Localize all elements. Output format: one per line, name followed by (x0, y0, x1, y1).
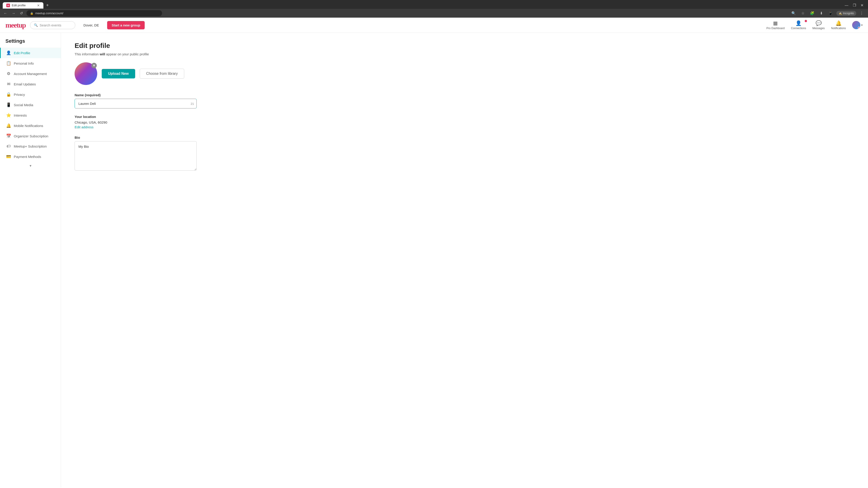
page-title: Edit profile (74, 42, 855, 50)
incognito-badge: 🕵 Incognito (836, 11, 856, 16)
sidebar-label-account-management: Account Management (14, 72, 47, 76)
site-header: meetup 🔍 Search events Dover, DE Start a… (0, 18, 868, 33)
url-text: meetup.com/account/ (35, 11, 63, 15)
tab-close-button[interactable]: ✕ (37, 4, 40, 7)
email-updates-icon: ✉ (6, 82, 11, 87)
extensions-button[interactable]: 🧩 (808, 10, 816, 16)
avatar-wrap: ✕ (74, 62, 97, 85)
content-area: Edit profile This information will appea… (61, 33, 868, 488)
search-bar[interactable]: 🔍 Search events (30, 21, 75, 29)
browser-chrome: M Edit profile ✕ + — ❐ ✕ (0, 0, 868, 9)
name-input[interactable] (74, 99, 197, 108)
tab-label: Edit profile (12, 4, 26, 7)
download-button[interactable]: ⬇ (818, 10, 825, 16)
browser-actions: 🔍 ☆ 🧩 ⬇ 📱 🕵 Incognito ⋮ (789, 10, 865, 16)
personal-info-icon: 📋 (6, 61, 11, 66)
pro-dashboard-icon: ▦ (773, 20, 778, 26)
sidebar-item-privacy[interactable]: 🔒 Privacy (0, 89, 61, 100)
account-management-icon: ⚙ (6, 71, 11, 76)
restore-button[interactable]: ❐ (851, 2, 858, 8)
security-lock-icon: 🔒 (30, 12, 33, 15)
name-input-wrap: 21 (74, 99, 197, 108)
nav-item-notifications[interactable]: 🔔 Notifications (831, 20, 846, 30)
reload-button[interactable]: ↺ (19, 10, 24, 16)
nav-label-pro-dashboard: Pro Dashboard (766, 27, 784, 30)
back-button[interactable]: ← (3, 10, 8, 16)
edit-profile-icon: 👤 (6, 51, 11, 55)
name-form-group: Name (required) 21 (74, 93, 855, 108)
name-label: Name (required) (74, 93, 855, 97)
tab-favicon: M (6, 4, 10, 7)
location-form-group: Your location Chicago, USA, 60290 Edit a… (74, 115, 855, 129)
privacy-icon: 🔒 (6, 92, 11, 97)
photo-section: ✕ Upload New Choose from library (74, 62, 855, 85)
meetup-logo[interactable]: meetup (5, 21, 26, 29)
subtitle-bold: will (100, 52, 105, 56)
location-button[interactable]: Dover, DE (80, 22, 102, 29)
sidebar-label-privacy: Privacy (14, 93, 25, 96)
connections-icon: 👤 (796, 20, 802, 26)
user-avatar-wrap[interactable]: ▾ (852, 21, 863, 29)
sidebar-item-interests[interactable]: ⭐ Interests (0, 110, 61, 121)
browser-tab-active[interactable]: M Edit profile ✕ (3, 2, 43, 8)
nav-item-connections[interactable]: 👤 Connections (791, 20, 806, 30)
device-toolbar-button[interactable]: 📱 (827, 10, 835, 16)
nav-item-messages[interactable]: 💬 Messages (812, 20, 825, 30)
sidebar-item-email-updates[interactable]: ✉ Email Updates (0, 79, 61, 89)
subtitle-pre: This information (74, 52, 100, 56)
upload-new-button[interactable]: Upload New (102, 69, 135, 78)
choose-from-library-button[interactable]: Choose from library (140, 69, 184, 78)
sidebar-label-personal-info: Personal Info (14, 61, 34, 65)
sidebar-label-social-media: Social Media (14, 103, 33, 107)
messages-icon: 💬 (815, 20, 822, 26)
user-avatar[interactable] (852, 21, 860, 29)
close-window-button[interactable]: ✕ (859, 2, 865, 8)
bio-textarea[interactable]: My Bio (74, 141, 197, 170)
minimize-button[interactable]: — (843, 2, 850, 8)
location-label: Your location (74, 115, 855, 119)
social-media-icon: 📱 (6, 102, 11, 107)
forward-button[interactable]: → (11, 10, 16, 16)
connections-badge (805, 20, 807, 22)
sidebar-label-payment-methods: Payment Methods (14, 155, 41, 159)
bio-label: Bio (74, 135, 855, 139)
new-tab-button[interactable]: + (44, 2, 51, 9)
bookmark-button[interactable]: ☆ (800, 10, 806, 16)
incognito-label: Incognito (843, 12, 854, 15)
sidebar-item-payment-methods[interactable]: 💳 Payment Methods (0, 151, 61, 162)
name-char-count: 21 (191, 102, 194, 105)
sidebar-item-organizer-subscription[interactable]: 📅 Organizer Subscription (0, 131, 61, 141)
sidebar-label-edit-profile: Edit Profile (14, 51, 30, 55)
meetup-subscription-icon: 🏷 (6, 144, 11, 149)
nav-item-pro-dashboard[interactable]: ▦ Pro Dashboard (766, 20, 784, 30)
browser-urlbar: ← → ↺ 🔒 meetup.com/account/ 🔍 ☆ 🧩 ⬇ 📱 🕵 … (0, 9, 868, 18)
nav-label-notifications: Notifications (831, 27, 846, 30)
header-nav: ▦ Pro Dashboard 👤 Connections 💬 Messages… (766, 20, 863, 30)
organizer-subscription-icon: 📅 (6, 133, 11, 138)
sidebar-item-edit-profile[interactable]: 👤 Edit Profile (0, 48, 61, 58)
page-subtitle: This information will appear on your pub… (74, 52, 855, 56)
remove-photo-button[interactable]: ✕ (91, 63, 97, 68)
sidebar-scroll-down[interactable]: ▾ (0, 162, 61, 170)
sidebar-item-social-media[interactable]: 📱 Social Media (0, 100, 61, 110)
search-placeholder: Search events (39, 23, 61, 27)
nav-label-connections: Connections (791, 27, 806, 30)
sidebar-item-mobile-notifications[interactable]: 🔔 Mobile Notifications (0, 121, 61, 131)
interests-icon: ⭐ (6, 113, 11, 118)
sidebar-item-account-management[interactable]: ⚙ Account Management (0, 68, 61, 79)
main-layout: Settings 👤 Edit Profile 📋 Personal Info … (0, 33, 868, 488)
payment-methods-icon: 💳 (6, 154, 11, 159)
edit-address-link[interactable]: Edit address (74, 125, 93, 129)
subtitle-post: appear on your public profile (105, 52, 149, 56)
location-value: Chicago, USA, 60290 (74, 121, 855, 124)
start-new-group-button[interactable]: Start a new group (107, 21, 145, 29)
sidebar-item-meetup-subscription[interactable]: 🏷 Meetup+ Subscription (0, 141, 61, 151)
menu-button[interactable]: ⋮ (858, 10, 865, 16)
search-toolbar-button[interactable]: 🔍 (789, 10, 798, 16)
sidebar-label-email-updates: Email Updates (14, 82, 36, 86)
browser-window-controls: — ❐ ✕ (843, 2, 865, 8)
url-bar[interactable]: 🔒 meetup.com/account/ (26, 10, 162, 16)
sidebar-item-personal-info[interactable]: 📋 Personal Info (0, 58, 61, 68)
settings-sidebar: Settings 👤 Edit Profile 📋 Personal Info … (0, 33, 61, 488)
avatar-dropdown-chevron[interactable]: ▾ (861, 24, 863, 27)
